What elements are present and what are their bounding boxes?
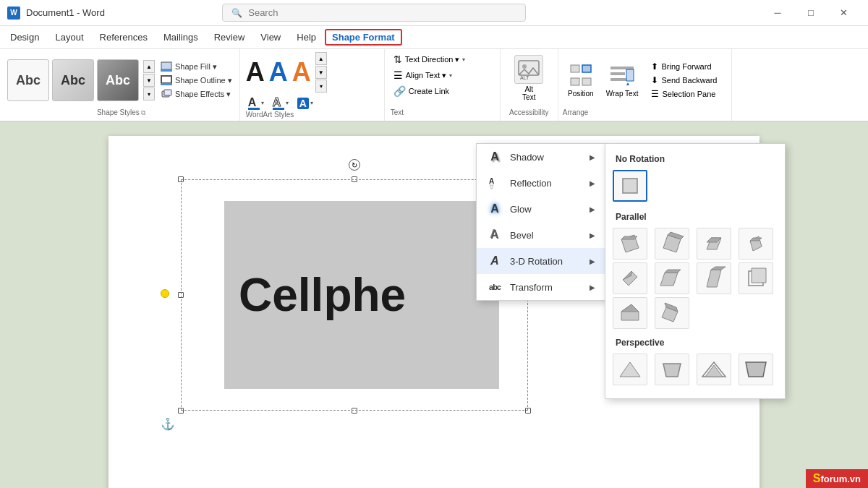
maximize-button[interactable]: □ — [794, 0, 827, 26]
shape-styles-expand[interactable]: ⧉ — [141, 109, 145, 117]
shadow-menu-item[interactable]: A Shadow ▶ — [477, 144, 605, 170]
parallel-item-10[interactable] — [655, 297, 689, 329]
parallel-item-2[interactable] — [655, 228, 689, 260]
bevel-label: Bevel — [510, 230, 534, 241]
shape-styles-top: Abc Abc Abc ▲ ▼ ▾ Shape Fill ▾ — [7, 52, 235, 108]
shape-style-3[interactable]: Abc — [97, 59, 139, 101]
shape-styles-group: Abc Abc Abc ▲ ▼ ▾ Shape Fill ▾ — [3, 49, 240, 121]
shape-style-2[interactable]: Abc — [52, 59, 94, 101]
alt-text-icon: ALT — [514, 55, 543, 84]
menu-layout[interactable]: Layout — [48, 29, 90, 46]
parallel-item-8[interactable] — [739, 262, 773, 294]
scroll-up-button[interactable]: ▲ — [143, 60, 155, 73]
text-fill-button[interactable]: A ▾ — [246, 95, 266, 111]
shadow-label: Shadow — [510, 152, 544, 163]
no-rotation-item[interactable] — [613, 170, 647, 202]
scroll-down-button[interactable]: ▼ — [143, 74, 155, 87]
menubar: Design Layout References Mailings Review… — [0, 26, 868, 49]
titlebar-title: Document1 - Word — [26, 7, 105, 18]
selection-pane-button[interactable]: ☰ Selection Pane — [648, 87, 720, 100]
search-input[interactable] — [248, 7, 516, 18]
text-group-label: Text — [391, 108, 494, 118]
svg-marker-30 — [660, 273, 678, 286]
position-icon — [568, 62, 594, 88]
menu-help[interactable]: Help — [289, 29, 323, 46]
svg-rect-9 — [571, 65, 579, 72]
3d-rotation-menu-item[interactable]: A 3-D Rotation ▶ — [477, 248, 605, 274]
align-text-label: Align Text ▾ — [406, 71, 447, 80]
handle-bottom-left[interactable] — [178, 408, 184, 414]
handle-bottom-center[interactable] — [352, 408, 357, 414]
bring-forward-label: Bring Forward — [661, 62, 711, 71]
wordart-style-orange[interactable]: A — [292, 59, 311, 85]
transform-label: Transform — [510, 282, 553, 293]
svg-rect-11 — [571, 78, 579, 85]
parallel-item-5[interactable] — [613, 262, 647, 294]
bevel-menu-item[interactable]: A Bevel ▶ — [477, 222, 605, 248]
parallel-item-1[interactable] — [613, 228, 647, 260]
parallel-item-9[interactable] — [613, 297, 647, 329]
perspective-item-2[interactable] — [655, 354, 689, 385]
handle-top-left[interactable] — [178, 176, 184, 182]
minimize-button[interactable]: ─ — [761, 0, 794, 26]
handle-middle-left[interactable] — [178, 292, 184, 298]
perspective-title: Perspective — [613, 335, 778, 354]
menu-mailings[interactable]: Mailings — [156, 29, 205, 46]
search-bar[interactable]: 🔍 — [222, 4, 526, 22]
no-rotation-grid — [613, 170, 778, 202]
wordart-style-black[interactable]: A — [246, 59, 265, 85]
perspective-item-1[interactable] — [613, 354, 647, 385]
menu-view[interactable]: View — [253, 29, 288, 46]
text-shape: Cellphe — [224, 201, 499, 389]
menu-references[interactable]: References — [93, 29, 155, 46]
menu-shape-format[interactable]: Shape Format — [325, 29, 402, 46]
menu-review[interactable]: Review — [207, 29, 252, 46]
svg-text:ALT: ALT — [520, 75, 529, 80]
transform-menu-item[interactable]: abc Transform ▶ — [477, 274, 605, 300]
align-text-arrow: ▾ — [449, 72, 452, 79]
handle-top-center[interactable] — [352, 176, 357, 182]
text-outline-button[interactable]: A ▾ — [271, 95, 291, 111]
create-link-button[interactable]: 🔗 Create Link — [391, 84, 494, 98]
glow-menu-item[interactable]: A Glow ▶ — [477, 196, 605, 222]
wordart-scroll-down[interactable]: ▼ — [315, 66, 327, 79]
shape-styles-group-title: Shape Styles ⧉ — [7, 108, 235, 118]
shape-style-1[interactable]: Abc — [7, 59, 49, 101]
text-effects-button[interactable]: A ▾ — [295, 97, 315, 110]
wordart-style-blue[interactable]: A — [269, 59, 288, 85]
parallel-item-6[interactable] — [655, 262, 689, 294]
wordart-scroll-up[interactable]: ▲ — [315, 52, 327, 65]
shape-outline-button[interactable]: Shape Outline ▾ — [158, 74, 235, 87]
send-backward-button[interactable]: ⬇ Send Backward — [648, 74, 720, 87]
shape-outline-label: Shape Outline ▾ — [175, 76, 232, 85]
wrap-text-label: Wrap Text — [606, 90, 639, 98]
text-direction-button[interactable]: ⇅ Text Direction ▾ ▾ — [391, 52, 494, 67]
wordart-scroll-more[interactable]: ▾ — [315, 80, 327, 93]
parallel-grid — [613, 228, 778, 329]
shape-outline-icon — [161, 75, 172, 85]
menu-design[interactable]: Design — [3, 29, 46, 46]
handle-yellow[interactable] — [161, 289, 169, 298]
shape-effects-label: Shape Effects ▾ — [175, 90, 231, 99]
shape-effects-button[interactable]: Shape Effects ▾ — [158, 87, 235, 100]
shape-fill-button[interactable]: Shape Fill ▾ — [158, 60, 235, 73]
wrap-text-button[interactable]: Wrap Text — [602, 59, 643, 101]
wordart-group: A A A ▲ ▼ ▾ A ▾ A ▾ — [240, 49, 385, 121]
svg-rect-19 — [623, 179, 637, 193]
scroll-more-button[interactable]: ▾ — [143, 87, 155, 100]
perspective-item-3[interactable] — [697, 354, 731, 385]
close-button[interactable]: ✕ — [827, 0, 861, 26]
position-button[interactable]: Position — [563, 59, 599, 101]
align-text-button[interactable]: ☰ Align Text ▾ ▾ — [391, 68, 494, 82]
bring-forward-button[interactable]: ⬆ Bring Forward — [648, 60, 720, 73]
reflection-menu-item[interactable]: AA Reflection ▶ — [477, 170, 605, 196]
svg-marker-37 — [621, 304, 639, 312]
parallel-item-7[interactable] — [697, 262, 731, 294]
handle-rotate[interactable]: ↻ — [349, 159, 360, 171]
parallel-item-3[interactable] — [697, 228, 731, 260]
accessibility-group: ALT Alt Text Accessibility — [501, 49, 558, 121]
perspective-item-4[interactable] — [739, 354, 773, 385]
parallel-item-4[interactable] — [739, 228, 773, 260]
alt-text-button[interactable]: ALT Alt Text — [511, 52, 546, 104]
handle-bottom-right[interactable] — [525, 408, 531, 414]
